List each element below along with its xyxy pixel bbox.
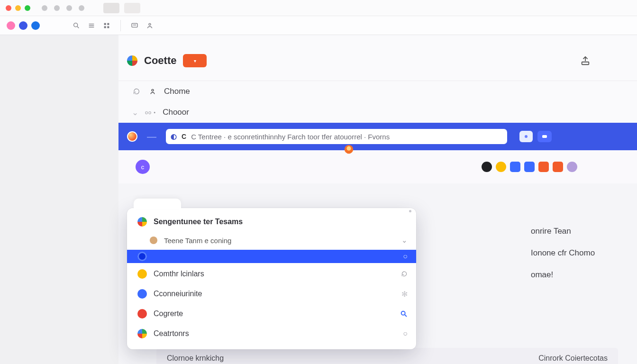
person-outline-icon bbox=[148, 87, 157, 96]
svg-point-16 bbox=[401, 311, 405, 315]
minimize-icon[interactable]: — bbox=[147, 131, 156, 142]
suggestion-dropdown: Sengentunee ter Tesams Teene Tanm e coni… bbox=[127, 208, 416, 349]
app-logo-icon bbox=[127, 55, 137, 66]
close-window-button[interactable] bbox=[6, 5, 11, 11]
avatar-icon[interactable] bbox=[19, 21, 27, 30]
avatar-icon[interactable] bbox=[7, 21, 15, 30]
dropdown-item-selected[interactable]: ○ bbox=[127, 250, 416, 263]
author-avatar[interactable]: c bbox=[136, 160, 150, 174]
list-item[interactable]: omae! bbox=[531, 270, 595, 280]
svg-point-11 bbox=[149, 23, 151, 25]
avatar-icon bbox=[150, 237, 157, 244]
omnibar-text: C Tentree · e sconretinthinnhy Farch too… bbox=[191, 133, 390, 141]
app-chip[interactable] bbox=[496, 162, 506, 172]
breadcrumb-prefix: oo • bbox=[145, 109, 156, 115]
chat-icon[interactable] bbox=[130, 21, 139, 30]
profile-avatar-icon[interactable] bbox=[127, 131, 137, 142]
dropdown-item[interactable]: Ceatrtonrs ○ bbox=[127, 324, 416, 344]
export-icon[interactable] bbox=[580, 55, 591, 66]
search-icon bbox=[400, 310, 408, 318]
refresh-icon bbox=[132, 87, 141, 96]
chevron-down-icon: ▾ bbox=[194, 58, 196, 64]
dropdown-item[interactable]: Cconneiurinite ✻ bbox=[127, 284, 416, 304]
list-item[interactable]: onrire Tean bbox=[531, 227, 595, 236]
left-sidebar bbox=[0, 35, 118, 364]
browser-tab[interactable] bbox=[103, 3, 119, 13]
mascot-icon bbox=[344, 144, 354, 155]
dot-icon bbox=[137, 269, 147, 279]
footer-bar: Clornoe krnkichg Cinrork Coiertecotas bbox=[156, 348, 618, 364]
dropdown-label: Teene Tanm e coning bbox=[164, 237, 231, 245]
page-title: Coette bbox=[144, 55, 176, 67]
svg-rect-6 bbox=[107, 23, 109, 25]
svg-line-17 bbox=[405, 315, 407, 317]
circle-icon: ○ bbox=[403, 252, 408, 261]
omnibar-go-button[interactable] bbox=[537, 131, 552, 142]
app-chip[interactable] bbox=[510, 162, 520, 172]
grid-icon[interactable] bbox=[102, 21, 111, 30]
app-chip[interactable] bbox=[524, 162, 535, 172]
svg-rect-5 bbox=[104, 23, 106, 25]
browser-tab[interactable] bbox=[124, 3, 140, 13]
dot-icon bbox=[137, 289, 147, 299]
breadcrumb: Chome ⌄ oo • Chooor bbox=[118, 81, 637, 123]
gear-icon: ✻ bbox=[401, 290, 408, 299]
search-icon[interactable] bbox=[72, 21, 81, 30]
footer-left-label: Clornoe krnkichg bbox=[167, 354, 224, 363]
svg-rect-7 bbox=[104, 26, 106, 28]
app-chips bbox=[482, 162, 577, 172]
dropdown-label: Sengentunee ter Tesams bbox=[154, 218, 243, 226]
app-chip[interactable] bbox=[482, 162, 492, 172]
svg-point-13 bbox=[152, 89, 154, 91]
workspace: Coette ▾ Chome bbox=[0, 35, 637, 364]
create-button[interactable]: ▾ bbox=[183, 54, 207, 67]
list-item[interactable]: Ionone cfr Chomo bbox=[531, 248, 595, 258]
app-chip[interactable] bbox=[567, 162, 577, 172]
refresh-icon bbox=[401, 271, 408, 277]
omnibar-action-chip[interactable] bbox=[519, 131, 533, 142]
dropdown-label: Ceatrtonrs bbox=[154, 329, 189, 338]
breadcrumb-row[interactable]: Chome bbox=[132, 81, 624, 102]
maximize-window-button[interactable] bbox=[25, 5, 30, 11]
dot-icon bbox=[137, 309, 147, 318]
window-titlebar bbox=[0, 0, 637, 16]
omnibar: — ◐ C C Tentree · e sconretinthinnhy Far… bbox=[118, 123, 637, 150]
circle-icon: ○ bbox=[403, 329, 408, 338]
svg-line-1 bbox=[77, 27, 79, 28]
dropdown-label: Cogrerte bbox=[154, 309, 183, 318]
list-label: omae! bbox=[531, 270, 553, 280]
menu-icon[interactable] bbox=[87, 21, 96, 30]
breadcrumb-row[interactable]: ⌄ oo • Chooor bbox=[132, 102, 624, 123]
omnibar-actions bbox=[519, 131, 552, 142]
tab-strip bbox=[103, 3, 140, 13]
list-label: Ionone cfr Chomo bbox=[531, 248, 595, 258]
dropdown-label: Cconneiurinite bbox=[154, 290, 202, 298]
dropdown-notch bbox=[134, 199, 181, 209]
titlebar-favicons bbox=[42, 5, 84, 11]
app-chip[interactable] bbox=[553, 162, 563, 172]
right-column: onrire Tean Ionone cfr Chomo omae! bbox=[531, 227, 595, 280]
svg-point-0 bbox=[74, 23, 78, 27]
dropdown-item[interactable]: Cogrerte bbox=[127, 304, 416, 324]
person-icon[interactable] bbox=[146, 21, 154, 30]
dropdown-item[interactable]: Comthr lcinlars bbox=[127, 264, 416, 284]
dropdown-label: Comthr lcinlars bbox=[154, 270, 204, 278]
footer-right-label: Cinrork Coiertecotas bbox=[538, 354, 608, 363]
traffic-lights bbox=[6, 5, 30, 11]
dropdown-item-header[interactable]: Sengentunee ter Tesams bbox=[127, 212, 416, 232]
chevron-down-icon: ⌄ bbox=[132, 108, 138, 118]
globe-icon: ◐ bbox=[171, 132, 177, 141]
svg-rect-12 bbox=[582, 62, 589, 65]
avatar-icon[interactable] bbox=[31, 21, 40, 30]
chevron-down-icon: ⌄ bbox=[401, 236, 408, 245]
app-chip[interactable] bbox=[538, 162, 549, 172]
omnibar-input[interactable]: ◐ C C Tentree · e sconretinthinnhy Farch… bbox=[166, 129, 507, 144]
breadcrumb-label: Chooor bbox=[163, 108, 189, 117]
minimize-window-button[interactable] bbox=[15, 5, 21, 11]
dropdown-item-sub[interactable]: Teene Tanm e coning ⌄ bbox=[127, 232, 416, 249]
toolbar bbox=[0, 16, 637, 35]
breadcrumb-label: Chome bbox=[164, 87, 190, 96]
page-header: Coette ▾ bbox=[118, 35, 637, 81]
toolbar-row: c bbox=[118, 150, 637, 183]
profile-avatars bbox=[7, 21, 40, 30]
